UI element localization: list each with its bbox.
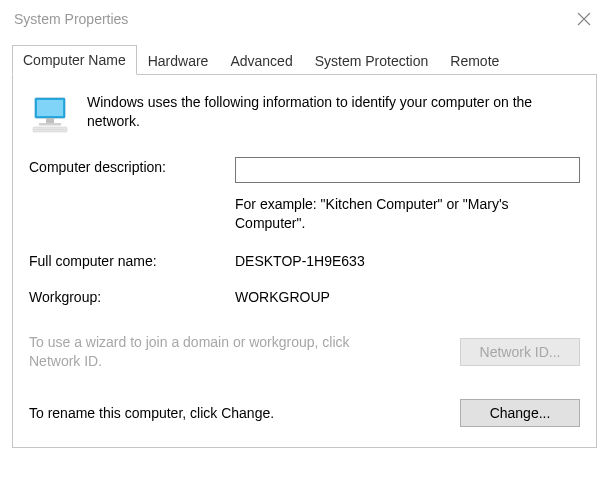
description-label: Computer description: <box>29 157 229 175</box>
full-name-value: DESKTOP-1H9E633 <box>235 251 580 269</box>
description-input[interactable] <box>235 157 580 183</box>
monitor-icon <box>29 93 73 137</box>
intro-text: Windows uses the following information t… <box>87 93 580 131</box>
close-icon[interactable] <box>573 8 595 30</box>
workgroup-value: WORKGROUP <box>235 287 580 305</box>
window-title: System Properties <box>14 11 128 27</box>
tab-remote[interactable]: Remote <box>439 46 510 75</box>
change-button[interactable]: Change... <box>460 399 580 427</box>
tab-advanced[interactable]: Advanced <box>219 46 303 75</box>
full-name-label: Full computer name: <box>29 251 229 269</box>
description-example: For example: "Kitchen Computer" or "Mary… <box>235 195 580 233</box>
wizard-text: To use a wizard to join a domain or work… <box>29 333 389 371</box>
svg-rect-3 <box>39 123 61 126</box>
svg-rect-2 <box>46 118 54 123</box>
tab-panel-computer-name: Windows uses the following information t… <box>12 75 597 448</box>
workgroup-label: Workgroup: <box>29 287 229 305</box>
tab-system-protection[interactable]: System Protection <box>304 46 440 75</box>
tab-computer-name[interactable]: Computer Name <box>12 45 137 75</box>
tab-hardware[interactable]: Hardware <box>137 46 220 75</box>
network-id-button: Network ID... <box>460 338 580 366</box>
svg-rect-1 <box>37 100 63 116</box>
tab-bar: Computer Name Hardware Advanced System P… <box>12 44 597 75</box>
change-text: To rename this computer, click Change. <box>29 405 274 421</box>
